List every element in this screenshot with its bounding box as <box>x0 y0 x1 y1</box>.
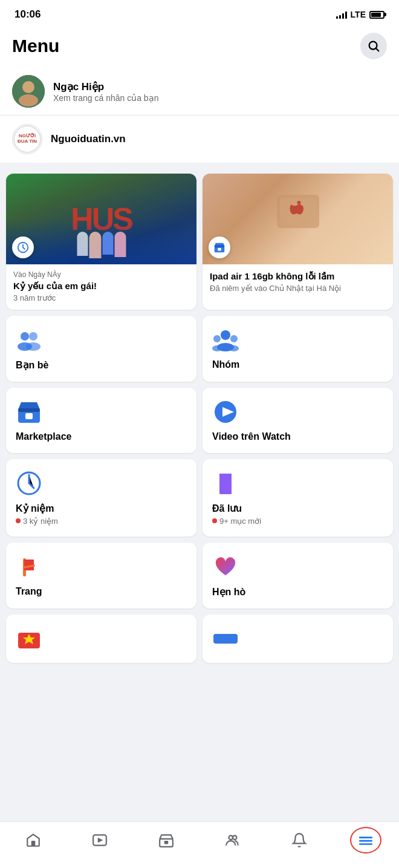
menu-item-saved[interactable]: Đã lưu 9+ mục mới <box>203 459 393 537</box>
lte-label: LTE <box>351 10 366 19</box>
page-name: Nguoiduatin.vn <box>51 133 126 145</box>
memory-image: HUS <box>6 174 196 264</box>
profile-section[interactable]: Ngạc Hiệp Xem trang cá nhân của bạn <box>0 68 399 116</box>
extra-blue-icon <box>212 633 239 645</box>
status-icons: LTE <box>336 10 384 19</box>
saved-label: Đã lưu <box>212 503 383 514</box>
menu-item-pages[interactable]: Trang <box>6 543 196 609</box>
profile-info: Ngạc Hiệp Xem trang cá nhân của bạn <box>53 80 158 103</box>
menu-item-watch[interactable]: Video trên Watch <box>203 388 393 453</box>
memories-label: Kỷ niệm <box>16 503 187 514</box>
extra-left-icon-container <box>16 625 42 652</box>
watch-label: Video trên Watch <box>212 431 383 442</box>
avatar <box>12 75 45 108</box>
more-cards-grid <box>0 615 399 675</box>
friends-icon-container <box>16 327 42 353</box>
marketplace-nav-icon <box>158 832 174 848</box>
svg-marker-40 <box>98 838 103 843</box>
svg-point-4 <box>19 94 38 106</box>
nav-menu[interactable] <box>342 827 390 853</box>
marketplace-card-content: Ipad air 1 16gb không lỗi lầm Đã niêm yế… <box>203 264 393 300</box>
memory-card-content: Vào Ngày NÀy Kỷ yếu của em gái! 3 năm tr… <box>6 264 196 310</box>
svg-line-1 <box>376 48 378 51</box>
home-nav-icon <box>25 832 41 848</box>
dating-icon <box>212 553 239 580</box>
nav-groups[interactable] <box>209 827 257 853</box>
signal-bars-icon <box>336 10 347 19</box>
page-title: Menu <box>12 36 59 56</box>
nav-notifications[interactable] <box>275 827 323 853</box>
pages-icon-container <box>16 553 42 580</box>
dating-icon-container <box>212 553 239 580</box>
featured-cards-grid: HUS Vào <box>0 168 399 316</box>
marketplace-listing-card[interactable]: Ipad air 1 16gb không lỗi lầm Đã niêm yế… <box>203 174 393 310</box>
svg-point-16 <box>26 342 41 351</box>
menu-item-extra-right[interactable] <box>203 615 393 663</box>
svg-point-3 <box>22 81 34 93</box>
menu-item-friends[interactable]: Bạn bè <box>6 316 196 382</box>
svg-point-14 <box>29 332 37 341</box>
profile-subtitle: Xem trang cá nhân của bạn <box>53 93 158 103</box>
svg-rect-24 <box>18 408 40 412</box>
menu-item-groups[interactable]: Nhóm <box>203 316 393 382</box>
memories-sublabel: 3 kỷ niệm <box>16 517 187 526</box>
search-icon <box>367 39 380 53</box>
star-store-icon <box>16 625 42 652</box>
battery-icon <box>369 11 384 19</box>
menu-nav-icon <box>358 832 374 848</box>
page-account-section[interactable]: NGƯỜIĐUA TIN Nguoiduatin.vn <box>0 116 399 168</box>
clock-icon <box>16 241 30 254</box>
memories-icon-container <box>16 470 42 497</box>
avatar-image <box>12 75 45 108</box>
header: Menu <box>0 27 399 68</box>
svg-rect-12 <box>218 248 221 251</box>
nav-watch[interactable] <box>76 827 124 853</box>
svg-rect-42 <box>164 841 169 844</box>
svg-point-21 <box>212 345 222 351</box>
marketplace-badge <box>209 237 230 258</box>
svg-rect-38 <box>31 841 36 846</box>
saved-badge-dot <box>212 518 217 523</box>
search-button[interactable] <box>360 33 387 59</box>
marketplace-label: Marketplace <box>16 431 187 442</box>
svg-rect-25 <box>25 413 33 419</box>
memory-card-label: Vào Ngày NÀy <box>13 270 189 279</box>
groups-label: Nhóm <box>212 359 383 370</box>
groups-icon-container <box>212 327 239 353</box>
nav-home[interactable] <box>9 827 57 853</box>
watch-nav-icon <box>92 832 108 848</box>
svg-point-19 <box>230 335 238 342</box>
saved-icon-container <box>212 470 239 497</box>
memories-badge-dot <box>16 518 21 523</box>
extra-right-icon-container <box>212 625 239 652</box>
groups-nav-icon <box>225 832 241 848</box>
nav-marketplace[interactable] <box>142 827 190 853</box>
svg-rect-37 <box>213 634 238 644</box>
memories-icon <box>16 470 42 497</box>
memory-card-subtitle: 3 năm trước <box>13 293 189 302</box>
bottom-navigation <box>0 821 399 868</box>
memory-card[interactable]: HUS Vào <box>6 174 196 310</box>
apple-laptop-icon <box>274 192 322 246</box>
store-icon <box>213 241 226 254</box>
status-time: 10:06 <box>15 8 41 21</box>
svg-point-44 <box>233 835 237 840</box>
svg-point-22 <box>229 345 239 351</box>
menu-item-memories[interactable]: Kỷ niệm 3 kỷ niệm <box>6 459 196 537</box>
status-bar: 10:06 LTE <box>0 0 399 27</box>
profile-name: Ngạc Hiệp <box>53 80 158 93</box>
menu-item-marketplace[interactable]: Marketplace <box>6 388 196 453</box>
svg-point-9 <box>297 201 300 204</box>
saved-icon <box>212 470 239 497</box>
memory-badge <box>12 237 34 258</box>
marketplace-card-subtitle: Đã niêm yết vào Chủ Nhật tại Hà Nội <box>210 284 386 293</box>
marketplace-icon-container <box>16 399 42 425</box>
dating-label: Hẹn hò <box>212 586 383 598</box>
bell-nav-icon <box>291 832 307 848</box>
menu-item-dating[interactable]: Hẹn hò <box>203 543 393 609</box>
menu-nav-circle <box>350 827 381 853</box>
svg-point-18 <box>213 335 221 342</box>
svg-rect-11 <box>215 245 225 247</box>
menu-item-extra-left[interactable] <box>6 615 196 663</box>
svg-point-17 <box>221 330 230 340</box>
